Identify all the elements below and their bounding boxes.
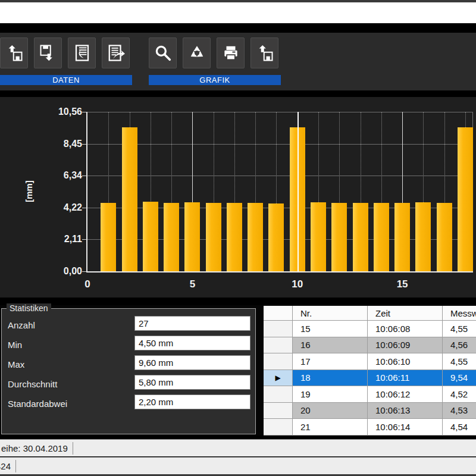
table-row[interactable]: 2010:06:134,53 (264, 403, 476, 419)
x-tick-label: 15 (390, 278, 414, 290)
table-cell[interactable]: 4,56 (443, 337, 476, 354)
durchschnitt-label: Durchschnitt (8, 379, 57, 389)
load-data-button[interactable] (0, 37, 28, 68)
min-field[interactable] (134, 336, 250, 350)
table-cell[interactable]: 18 (293, 370, 368, 387)
floppy-down-arrow-icon (39, 44, 57, 62)
y-tick-label: 10,56 (0, 107, 82, 117)
table-cell[interactable]: 15 (293, 321, 368, 337)
table-row[interactable]: 1610:06:094,56 (264, 337, 476, 354)
statusbar-separator (73, 442, 73, 455)
measurements-table[interactable]: Nr.ZeitMesswert1510:06:084,551610:06:094… (264, 306, 476, 436)
y-axis-line (86, 112, 87, 273)
table-cell[interactable]: 4,55 (443, 321, 476, 337)
table-cell[interactable]: 10:06:11 (368, 370, 443, 387)
document-export-arrow-icon (107, 44, 125, 62)
chart-bar (394, 203, 410, 271)
table-cell[interactable]: 4,52 (443, 386, 476, 403)
row-selector-cell[interactable] (264, 337, 293, 354)
table-cell[interactable]: 10:06:14 (368, 419, 443, 436)
y-tick-label: 4,22 (0, 202, 82, 213)
chart-bar (206, 203, 221, 271)
table-header-row[interactable]: Nr.ZeitMesswert (264, 306, 476, 321)
row-selector-cell[interactable] (264, 419, 293, 436)
export-data-button[interactable] (102, 37, 130, 68)
chart-bar (122, 127, 137, 271)
delete-data-button[interactable] (68, 37, 96, 68)
print-button[interactable] (217, 37, 245, 68)
statistics-groupbox: Statistiken Anzahl Min Max Durchschnitt … (1, 308, 256, 434)
row-selector-cell[interactable] (264, 321, 293, 337)
x-tick-label: 10 (286, 278, 309, 290)
row-selector-cell[interactable]: ▶ (264, 370, 293, 387)
statistics-title: Statistiken (7, 303, 51, 313)
max-label: Max (8, 359, 24, 369)
save-graphic-button[interactable] (250, 37, 278, 68)
floppy-up-arrow-icon (256, 44, 274, 62)
standardabweichung-label: Standardabwei (8, 399, 67, 409)
max-field[interactable] (134, 355, 250, 370)
chart-region[interactable]: [mm] 0,002,114,226,348,4510,56051015 (0, 97, 476, 298)
x-tick-label: 0 (76, 278, 99, 290)
toolbar-group-label-grafik: GRAFIK (149, 75, 281, 85)
series-date-status: eihe: 30.04.2019 (1, 443, 68, 453)
chart-bar (227, 203, 242, 271)
toolbar: DATEN (0, 33, 476, 90)
document-x-icon (73, 44, 91, 62)
refresh-button[interactable] (183, 37, 211, 68)
row-selector-cell[interactable] (264, 386, 293, 403)
status-bar-2: 424 (0, 457, 476, 474)
y-tick-label: 6,34 (0, 170, 82, 181)
window-titlebar-area (0, 2, 476, 23)
chart-bar (101, 203, 116, 271)
table-cell[interactable]: 10:06:13 (368, 403, 443, 419)
table-cell[interactable]: 4,53 (443, 403, 476, 419)
table-cell[interactable]: 21 (293, 419, 368, 436)
table-cell[interactable]: 4,55 (443, 353, 476, 370)
anzahl-field[interactable] (134, 316, 250, 331)
table-cell[interactable]: 16 (293, 337, 368, 354)
y-tick-label: 0,00 (0, 266, 82, 277)
x-tick-label: 5 (180, 278, 204, 290)
chart-bar (143, 202, 158, 271)
v-solid-gridline (298, 112, 299, 271)
table-cell[interactable]: 20 (293, 403, 368, 419)
chart-bar (268, 203, 284, 271)
h-gridline (87, 176, 473, 176)
h-gridline (87, 144, 473, 145)
table-cell[interactable]: 4,54 (443, 419, 476, 436)
save-data-button[interactable] (34, 37, 62, 68)
table-row[interactable]: 1910:06:124,52 (264, 386, 476, 403)
row-selector-cell[interactable] (264, 353, 293, 370)
column-header[interactable]: Nr. (293, 306, 368, 321)
y-tick-label: 2,11 (0, 234, 82, 245)
row-selector-cell[interactable] (264, 403, 293, 419)
chart-bar (415, 202, 431, 271)
divider (0, 298, 476, 305)
h-gridline (87, 112, 473, 112)
table-row[interactable]: 2110:06:144,54 (264, 419, 476, 436)
table-cell[interactable]: 10:06:09 (368, 337, 443, 354)
column-header[interactable]: Zeit (368, 306, 443, 321)
table-cell[interactable]: 10:06:08 (368, 321, 443, 337)
standardabweichung-field[interactable] (134, 394, 250, 409)
table-row[interactable]: 1710:06:104,55 (264, 353, 476, 370)
table-row[interactable]: 1510:06:084,55 (264, 321, 476, 337)
table-cell[interactable]: 10:06:12 (368, 386, 443, 403)
table-cell[interactable]: 17 (293, 353, 368, 370)
chart-bar (164, 203, 179, 271)
column-header[interactable]: Messwert (443, 306, 476, 321)
status-bar-1: eihe: 30.04.2019 (0, 439, 476, 456)
column-header[interactable] (264, 306, 293, 321)
durchschnitt-field[interactable] (134, 375, 250, 390)
table-cell[interactable]: 9,54 (443, 370, 476, 387)
table-cell[interactable]: 19 (293, 386, 368, 403)
printer-icon (222, 44, 240, 62)
chart-bar (248, 203, 263, 271)
y-tick-label: 8,45 (0, 139, 82, 149)
zoom-button[interactable] (149, 37, 177, 68)
table-cell[interactable]: 10:06:10 (368, 353, 443, 370)
app-window: DATEN (0, 0, 476, 476)
divider (0, 23, 476, 33)
table-row[interactable]: ▶1810:06:119,54 (264, 370, 476, 387)
